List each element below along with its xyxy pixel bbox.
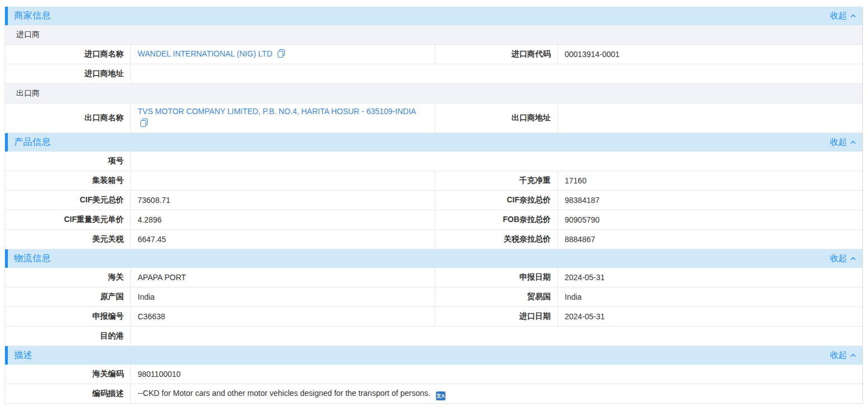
destination-port-label: 目的港 bbox=[5, 327, 130, 346]
collapse-button-logistics[interactable]: 收起 bbox=[830, 253, 857, 264]
duty-naira-total-label: 关税奈拉总价 bbox=[434, 230, 557, 249]
net-weight-value: 17160 bbox=[557, 171, 862, 190]
translate-icon[interactable]: 文A bbox=[436, 391, 445, 400]
exporter-address-label: 出口商地址 bbox=[434, 103, 557, 133]
declaration-date-label: 申报日期 bbox=[434, 268, 557, 287]
origin-country-label: 原产国 bbox=[5, 287, 130, 306]
trade-country-label: 贸易国 bbox=[434, 287, 557, 306]
row-code-description: 编码描述 --CKD for Motor cars and other moto… bbox=[5, 384, 862, 404]
collapse-button-merchant[interactable]: 收起 bbox=[830, 11, 857, 21]
section-title-description: 描述 bbox=[14, 349, 32, 361]
import-date-value: 2024-05-31 bbox=[557, 307, 862, 326]
row-importer-name: 进口商名称 WANDEL INTERNATIONAL (NIG) LTD 进口商… bbox=[5, 45, 862, 64]
hs-code-value: 9801100010 bbox=[130, 365, 862, 384]
code-description-label: 编码描述 bbox=[5, 384, 130, 403]
cif-usd-unit-weight-value: 4.2896 bbox=[130, 210, 434, 229]
importer-code-label: 进口商代码 bbox=[434, 45, 557, 64]
item-no-label: 项号 bbox=[5, 152, 130, 171]
section-title-logistics: 物流信息 bbox=[14, 253, 51, 264]
usd-duty-value: 6647.45 bbox=[130, 230, 434, 249]
net-weight-label: 千克净重 bbox=[434, 171, 557, 190]
row-origin-country: 原产国 India 贸易国 India bbox=[5, 287, 862, 307]
importer-name-value: WANDEL INTERNATIONAL (NIG) LTD bbox=[130, 45, 434, 64]
cif-naira-total-label: CIF奈拉总价 bbox=[434, 191, 557, 210]
row-cif-unit-price: CIF重量美元单价 4.2896 FOB奈拉总价 90905790 bbox=[5, 210, 862, 230]
row-destination-port: 目的港 bbox=[5, 327, 862, 346]
hs-code-label: 海关编码 bbox=[5, 365, 130, 384]
section-header-description: 描述 收起 bbox=[5, 346, 862, 365]
collapse-button-product[interactable]: 收起 bbox=[830, 137, 857, 148]
row-container-no: 集装箱号 千克净重 17160 bbox=[5, 171, 862, 191]
exporter-name-link[interactable]: TVS MOTOR COMPANY LIMITED, P.B. NO.4, HA… bbox=[138, 107, 416, 116]
copy-icon[interactable] bbox=[140, 119, 148, 130]
chevron-up-icon bbox=[850, 139, 857, 146]
row-importer-address: 进口商地址 bbox=[5, 64, 862, 84]
collapse-label: 收起 bbox=[830, 350, 847, 361]
exporter-address-value bbox=[557, 103, 862, 133]
destination-port-value bbox=[130, 327, 862, 346]
customs-label: 海关 bbox=[5, 268, 130, 287]
subsection-exporter-label: 出口商 bbox=[16, 88, 40, 98]
subsection-importer-label: 进口商 bbox=[16, 30, 40, 40]
section-title-merchant: 商家信息 bbox=[14, 10, 51, 22]
origin-country-value: India bbox=[130, 287, 434, 306]
cif-usd-unit-weight-label: CIF重量美元单价 bbox=[5, 210, 130, 229]
section-header-merchant: 商家信息 收起 bbox=[5, 7, 862, 25]
row-usd-duty: 美元关税 6647.45 关税奈拉总价 8884867 bbox=[5, 230, 862, 249]
import-date-label: 进口日期 bbox=[434, 307, 557, 326]
chevron-up-icon bbox=[850, 12, 857, 20]
item-no-value bbox=[130, 152, 862, 171]
exporter-name-value: TVS MOTOR COMPANY LIMITED, P.B. NO.4, HA… bbox=[130, 103, 434, 133]
declaration-no-value: C36638 bbox=[130, 307, 434, 326]
importer-name-link[interactable]: WANDEL INTERNATIONAL (NIG) LTD bbox=[138, 49, 273, 58]
collapse-label: 收起 bbox=[830, 11, 847, 21]
chevron-up-icon bbox=[850, 255, 857, 262]
importer-address-label: 进口商地址 bbox=[5, 64, 130, 83]
cif-usd-total-label: CIF美元总价 bbox=[5, 191, 130, 210]
section-title-product: 产品信息 bbox=[14, 136, 51, 148]
copy-icon[interactable] bbox=[278, 49, 285, 61]
declaration-date-value: 2024-05-31 bbox=[557, 268, 862, 287]
code-description-text: --CKD for Motor cars and other motor veh… bbox=[138, 389, 430, 398]
accent-bar bbox=[5, 249, 8, 268]
declaration-no-label: 申报编号 bbox=[5, 307, 130, 326]
subsection-importer: 进口商 bbox=[5, 25, 862, 45]
exporter-name-label: 出口商名称 bbox=[5, 103, 130, 133]
row-customs: 海关 APAPA PORT 申报日期 2024-05-31 bbox=[5, 268, 862, 287]
trade-record-detail: 商家信息 收起 进口商 进口商名称 WANDEL INTERNATIONAL (… bbox=[4, 7, 863, 404]
customs-value: APAPA PORT bbox=[130, 268, 434, 287]
section-header-logistics: 物流信息 收起 bbox=[5, 249, 862, 268]
accent-bar bbox=[5, 133, 8, 152]
accent-bar bbox=[5, 346, 8, 365]
container-no-label: 集装箱号 bbox=[5, 171, 130, 190]
trade-country-value: India bbox=[557, 287, 862, 306]
fob-naira-total-value: 90905790 bbox=[557, 210, 862, 229]
accent-bar bbox=[5, 7, 8, 25]
chevron-up-icon bbox=[850, 352, 857, 359]
fob-naira-total-label: FOB奈拉总价 bbox=[434, 210, 557, 229]
code-description-value: --CKD for Motor cars and other motor veh… bbox=[130, 384, 862, 403]
row-declaration-no: 申报编号 C36638 进口日期 2024-05-31 bbox=[5, 307, 862, 327]
usd-duty-label: 美元关税 bbox=[5, 230, 130, 249]
collapse-button-description[interactable]: 收起 bbox=[830, 350, 857, 361]
importer-address-value bbox=[130, 64, 862, 83]
duty-naira-total-value: 8884867 bbox=[557, 230, 862, 249]
row-hs-code: 海关编码 9801100010 bbox=[5, 365, 862, 384]
cif-usd-total-value: 73608.71 bbox=[130, 191, 434, 210]
collapse-label: 收起 bbox=[830, 137, 847, 148]
container-no-value bbox=[130, 171, 434, 190]
collapse-label: 收起 bbox=[830, 253, 847, 264]
importer-name-label: 进口商名称 bbox=[5, 45, 130, 64]
row-exporter-name: 出口商名称 TVS MOTOR COMPANY LIMITED, P.B. NO… bbox=[5, 103, 862, 133]
cif-naira-total-value: 98384187 bbox=[557, 191, 862, 210]
section-header-product: 产品信息 收起 bbox=[5, 133, 862, 152]
row-item-no: 项号 bbox=[5, 152, 862, 171]
importer-code-value: 00013914-0001 bbox=[557, 45, 862, 64]
subsection-exporter: 出口商 bbox=[5, 84, 862, 103]
row-cif-usd-total: CIF美元总价 73608.71 CIF奈拉总价 98384187 bbox=[5, 191, 862, 210]
